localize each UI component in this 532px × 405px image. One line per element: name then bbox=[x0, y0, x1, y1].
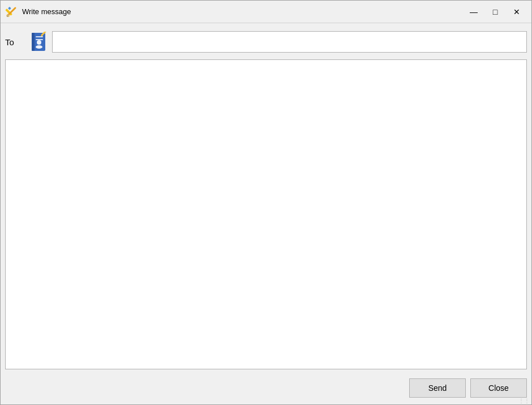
minimize-button[interactable]: — bbox=[464, 4, 484, 20]
contact-book-icon[interactable] bbox=[28, 32, 49, 52]
send-button[interactable]: Send bbox=[409, 378, 466, 398]
title-bar: Write message — □ ✕ bbox=[1, 1, 531, 23]
to-label: To bbox=[5, 37, 25, 47]
svg-rect-8 bbox=[32, 33, 35, 51]
to-input[interactable] bbox=[52, 31, 527, 53]
footer: Send Close bbox=[1, 374, 531, 404]
close-window-button[interactable]: ✕ bbox=[507, 4, 527, 20]
resize-grip: ⋮⋮ bbox=[518, 398, 530, 404]
close-button[interactable]: Close bbox=[470, 378, 527, 398]
svg-rect-3 bbox=[8, 6, 11, 10]
svg-point-11 bbox=[37, 40, 41, 45]
svg-rect-9 bbox=[36, 36, 43, 37]
content-area: To bbox=[1, 23, 531, 374]
svg-point-12 bbox=[36, 45, 42, 49]
window-controls: — □ ✕ bbox=[464, 4, 527, 20]
write-message-window: Write message — □ ✕ To bbox=[0, 0, 532, 405]
to-row: To bbox=[5, 28, 527, 56]
message-textarea[interactable] bbox=[5, 59, 527, 369]
svg-rect-10 bbox=[36, 39, 43, 40]
app-icon bbox=[5, 6, 18, 18]
maximize-button[interactable]: □ bbox=[485, 4, 505, 20]
window-title: Write message bbox=[22, 7, 464, 16]
